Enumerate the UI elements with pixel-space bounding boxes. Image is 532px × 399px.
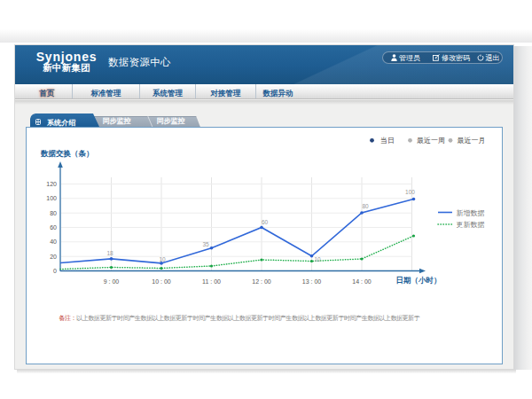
svg-text:60: 60 xyxy=(50,224,57,231)
svg-text:最近一周: 最近一周 xyxy=(417,137,445,145)
svg-text:0: 0 xyxy=(53,268,57,274)
svg-text:14 : 00: 14 : 00 xyxy=(352,278,372,285)
svg-text:35: 35 xyxy=(202,241,209,247)
svg-text:备注：以上数据更新于时间产生数据以上数据更新于时间产生数据以: 备注：以上数据更新于时间产生数据以上数据更新于时间产生数据以上数据更新于时间产生… xyxy=(59,314,419,322)
svg-text:13 : 00: 13 : 00 xyxy=(301,278,321,285)
svg-text:10 : 00: 10 : 00 xyxy=(152,278,171,285)
svg-text:日期（小时）: 日期（小时） xyxy=(395,276,441,285)
svg-text:60: 60 xyxy=(261,219,268,225)
svg-text:数据交换（条）: 数据交换（条） xyxy=(40,149,94,158)
svg-text:80: 80 xyxy=(362,203,369,209)
svg-text:40: 40 xyxy=(50,239,57,245)
svg-text:100: 100 xyxy=(46,195,57,201)
svg-text:更新数据: 更新数据 xyxy=(456,221,484,229)
svg-text:80: 80 xyxy=(50,210,57,216)
svg-text:最近一月: 最近一月 xyxy=(457,137,485,145)
svg-text:11 : 00: 11 : 00 xyxy=(202,278,221,285)
svg-text:120: 120 xyxy=(46,181,57,187)
svg-text:9 : 00: 9 : 00 xyxy=(103,278,119,285)
svg-text:12 : 00: 12 : 00 xyxy=(252,278,271,285)
svg-text:当日: 当日 xyxy=(380,137,395,145)
svg-text:100: 100 xyxy=(405,189,415,195)
svg-text:10: 10 xyxy=(314,256,321,262)
svg-text:18: 18 xyxy=(106,250,113,256)
svg-text:新增数据: 新增数据 xyxy=(456,209,484,217)
svg-text:20: 20 xyxy=(50,254,57,260)
svg-text:10: 10 xyxy=(159,256,166,262)
